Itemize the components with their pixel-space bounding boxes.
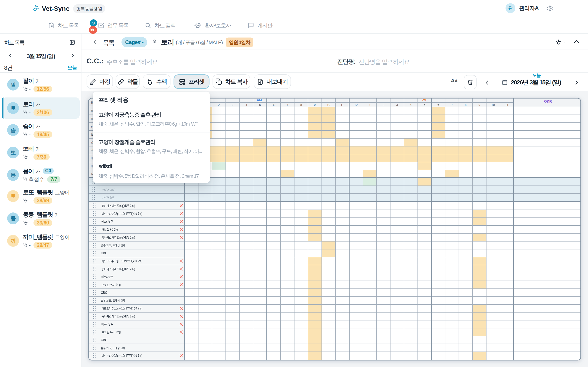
svg-text:동아가스터주20mg(+N/S 2ml): 동아가스터주20mg(+N/S 2ml) (102, 236, 135, 239)
svg-text:9: 9 (479, 103, 480, 106)
svg-text:CBC: CBC (101, 338, 107, 342)
svg-text:동아가스터주20mg(+N/S 2ml): 동아가스터주20mg(+N/S 2ml) (102, 267, 135, 271)
svg-text:10: 10 (327, 103, 330, 106)
svg-text:아모크라주0.6g + 10ml WFI(=10.5ml): 아모크라주0.6g + 10ml WFI(=10.5ml) (102, 354, 142, 358)
svg-text:6: 6 (273, 103, 274, 106)
svg-text:1: 1 (369, 103, 371, 106)
svg-text:2: 2 (383, 103, 384, 106)
svg-text:2: 2 (218, 103, 220, 106)
svg-text:5: 5 (259, 103, 261, 106)
svg-text:술부 체크, 드레싱 교체: 술부 체크, 드레싱 교체 (101, 243, 125, 247)
svg-text:10: 10 (492, 103, 495, 106)
svg-text:8: 8 (465, 103, 467, 106)
svg-text:메트리날주: 메트리날주 (102, 220, 113, 223)
svg-text:메트리날주: 메트리날주 (102, 322, 113, 326)
svg-text:아모크라주0.6g + 10ml WFI(=10.5ml): 아모크라주0.6g + 10ml WFI(=10.5ml) (102, 259, 142, 263)
svg-text:11: 11 (505, 103, 509, 106)
svg-text:동아가스터주20mg(+N/S 2ml): 동아가스터주20mg(+N/S 2ml) (102, 204, 135, 208)
svg-text:아모크라주0.6g + 10ml WFI(=10.5ml): 아모크라주0.6g + 10ml WFI(=10.5ml) (102, 307, 142, 310)
svg-text:동아가스터주20mg(+N/S 2ml): 동아가스터주20mg(+N/S 2ml) (102, 315, 135, 318)
svg-text:8: 8 (300, 103, 302, 106)
svg-text:11: 11 (341, 103, 344, 106)
svg-text:5: 5 (424, 103, 425, 106)
svg-text:6: 6 (437, 103, 439, 106)
svg-text:부토판주사 1mg: 부토판주사 1mg (102, 330, 121, 334)
svg-text:마보실 FD 1%: 마보실 FD 1% (102, 228, 118, 231)
svg-text:9: 9 (314, 103, 316, 106)
svg-text:7: 7 (287, 103, 288, 106)
svg-text:4: 4 (410, 103, 412, 106)
svg-text:3: 3 (232, 103, 233, 106)
svg-text:아모크라주0.6g + 10ml WFI(=10.5ml): 아모크라주0.6g + 10ml WFI(=10.5ml) (102, 212, 142, 216)
svg-text:수액명 입력: 수액명 입력 (102, 188, 114, 192)
svg-text:술부 체크, 드레싱 교체: 술부 체크, 드레싱 교체 (101, 299, 125, 302)
svg-text:CBC: CBC (101, 251, 107, 255)
svg-text:CBC: CBC (101, 291, 107, 294)
svg-text:7: 7 (451, 103, 453, 106)
svg-text:AM: AM (257, 99, 262, 102)
svg-text:부토판주사 1mg: 부토판주사 1mg (102, 283, 121, 286)
svg-text:술부 체크, 드레싱 교체: 술부 체크, 드레싱 교체 (101, 346, 125, 350)
svg-text:PM: PM (422, 99, 426, 102)
svg-text:O&R: O&R (544, 100, 552, 103)
svg-text:메트리날주: 메트리날주 (102, 275, 113, 278)
svg-text:4: 4 (245, 103, 247, 106)
svg-text:3: 3 (396, 103, 398, 106)
svg-text:수액명 입력: 수액명 입력 (102, 196, 114, 199)
svg-text:12: 12 (354, 103, 358, 106)
